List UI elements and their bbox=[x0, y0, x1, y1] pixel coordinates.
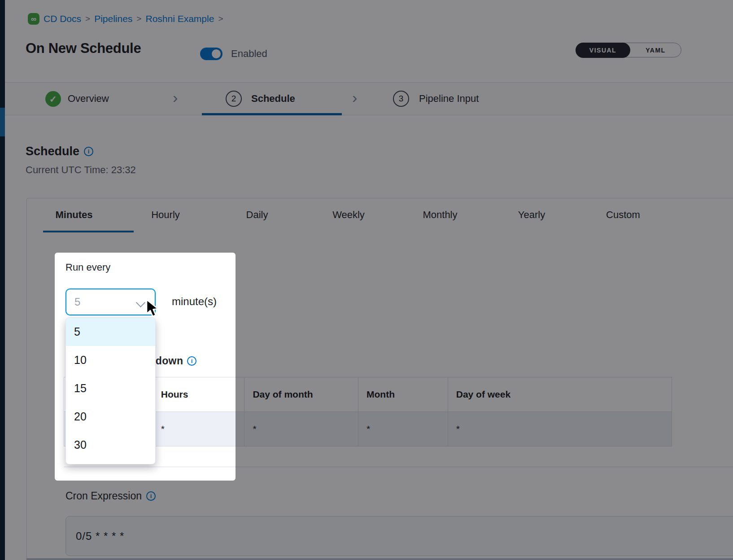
minutes-select[interactable]: 5 bbox=[65, 289, 156, 315]
header-hours: Hours bbox=[153, 377, 245, 411]
cell-day-of-month: * bbox=[244, 412, 358, 446]
step-3-circle: 3 bbox=[393, 91, 409, 107]
step-overview[interactable]: Overview bbox=[68, 93, 109, 105]
step-chevron-icon: › bbox=[173, 90, 178, 105]
section-divider bbox=[64, 467, 733, 467]
step-schedule[interactable]: Schedule bbox=[251, 93, 295, 105]
toggle-knob bbox=[211, 49, 221, 59]
tab-minutes[interactable]: Minutes bbox=[28, 209, 120, 221]
dropdown-option-20[interactable]: 20 bbox=[66, 402, 155, 431]
header-day-of-month: Day of month bbox=[244, 377, 358, 411]
left-nav-edge bbox=[0, 0, 5, 560]
header-day-of-week: Day of week bbox=[448, 377, 672, 411]
tab-custom[interactable]: Custom bbox=[577, 209, 669, 221]
trigger-schedule-page: { "breadcrumb": { "crumbs": ["CD Docs", … bbox=[0, 0, 733, 560]
step-complete-check-icon bbox=[45, 91, 61, 107]
cron-expression-input[interactable]: 0/5 * * * * bbox=[65, 516, 733, 556]
bottom-edge bbox=[26, 558, 733, 560]
active-step-underline bbox=[202, 113, 342, 115]
header-month: Month bbox=[358, 377, 448, 411]
step-pipeline-input[interactable]: Pipeline Input bbox=[419, 93, 479, 105]
dropdown-option-5[interactable]: 5 bbox=[66, 318, 155, 346]
dropdown-option-30[interactable]: 30 bbox=[66, 431, 155, 459]
enabled-label: Enabled bbox=[231, 48, 267, 60]
dropdown-option-10[interactable]: 10 bbox=[66, 346, 155, 374]
info-icon[interactable] bbox=[84, 147, 93, 156]
active-tab-underline bbox=[43, 231, 134, 232]
enabled-toggle[interactable] bbox=[200, 48, 223, 60]
breadcrumb: CD Docs > Pipelines > Roshni Example > bbox=[28, 13, 223, 25]
breadcrumb-pipelines[interactable]: Pipelines bbox=[94, 13, 132, 24]
step-2-circle: 2 bbox=[226, 91, 242, 107]
left-nav-active-item[interactable] bbox=[0, 108, 5, 136]
minutes-select-value: 5 bbox=[74, 296, 80, 308]
tab-daily[interactable]: Daily bbox=[211, 209, 303, 221]
tab-yearly[interactable]: Yearly bbox=[486, 209, 577, 221]
breadcrumb-separator-icon: > bbox=[136, 14, 141, 24]
page-title: On New Schedule bbox=[26, 40, 141, 57]
tab-weekly[interactable]: Weekly bbox=[303, 209, 394, 221]
visual-yaml-switch: VISUAL YAML bbox=[576, 43, 681, 57]
cell-month: * bbox=[358, 412, 448, 446]
breadcrumb-roshni-example[interactable]: Roshni Example bbox=[145, 13, 214, 24]
breadcrumb-cd-docs[interactable]: CD Docs bbox=[44, 13, 81, 24]
tab-monthly[interactable]: Monthly bbox=[394, 209, 486, 221]
cell-hours: * bbox=[153, 412, 245, 446]
visual-toggle-button[interactable]: VISUAL bbox=[576, 43, 630, 58]
minutes-dropdown-menu: 5 10 15 20 30 bbox=[65, 317, 156, 464]
run-every-label: Run every bbox=[65, 262, 110, 273]
info-icon[interactable] bbox=[187, 356, 196, 366]
minutes-unit-label: minute(s) bbox=[172, 295, 217, 308]
breadcrumb-separator-icon: > bbox=[85, 14, 90, 24]
cron-expression-label: Cron Expression bbox=[65, 490, 156, 502]
info-icon[interactable] bbox=[146, 491, 156, 501]
breadcrumb-separator-icon: > bbox=[218, 14, 223, 24]
dropdown-option-15[interactable]: 15 bbox=[66, 374, 155, 402]
yaml-toggle-button[interactable]: YAML bbox=[630, 43, 681, 57]
mouse-cursor-icon bbox=[145, 299, 161, 320]
schedule-section-heading: Schedule bbox=[26, 144, 93, 158]
harness-cd-logo-icon bbox=[28, 13, 39, 25]
utc-time-text: Current UTC Time: 23:32 bbox=[26, 164, 136, 176]
cell-day-of-week: * bbox=[448, 412, 672, 446]
tab-hourly[interactable]: Hourly bbox=[120, 209, 211, 221]
step-chevron-icon: › bbox=[352, 90, 357, 105]
chevron-down-icon bbox=[136, 298, 145, 307]
wizard-step-bar bbox=[0, 82, 733, 115]
